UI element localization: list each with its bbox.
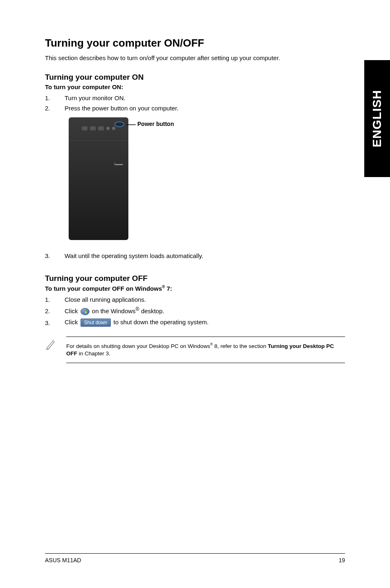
text-fragment: desktop. <box>139 307 164 314</box>
registered-mark: ® <box>162 285 165 289</box>
step-text: Click on the Windows® desktop. <box>65 306 164 315</box>
subhead-text: 7: <box>165 285 173 292</box>
step-number: 2. <box>45 307 65 314</box>
text-fragment: 8, refer to the section <box>213 343 268 349</box>
page-footer: ASUS M11AD 19 <box>45 553 345 563</box>
step-number: 1. <box>45 94 65 101</box>
brand-logo-icon: /▬▬ <box>114 162 123 166</box>
text-fragment: to shut down the operating system. <box>114 319 209 325</box>
note-text: For details on shutting down your Deskto… <box>66 337 345 363</box>
list-item: 2. Click on the Windows® desktop. <box>45 306 345 315</box>
text-fragment: in Chapter 3. <box>77 350 110 357</box>
registered-mark: ® <box>210 342 213 346</box>
section-off-heading: Turning your computer OFF <box>45 274 345 283</box>
windows-start-icon <box>81 308 90 315</box>
section-on-subhead: To turn your computer ON: <box>45 83 345 90</box>
steps-on-list-cont: 3. Wait until the operating system loads… <box>45 252 345 259</box>
list-item: 3. Click Shut down to shut down the oper… <box>45 319 345 327</box>
port-icon <box>82 126 87 130</box>
list-item: 2. Press the power button on your comput… <box>45 105 345 112</box>
section-off-subhead: To turn your computer OFF on Windows® 7: <box>45 285 345 292</box>
page-number: 19 <box>338 557 345 563</box>
pencil-icon <box>45 338 60 363</box>
port-icon <box>112 127 115 130</box>
footer-model: ASUS M11AD <box>45 557 81 563</box>
power-button-indicator <box>114 121 124 127</box>
computer-tower-image: /▬▬ <box>69 117 128 240</box>
intro-paragraph: This section describes how to turn on/of… <box>45 54 345 61</box>
registered-mark: ® <box>136 306 139 312</box>
port-icon <box>106 127 110 130</box>
section-off: Turning your computer OFF To turn your c… <box>45 274 345 363</box>
subhead-text: To turn your computer OFF on Windows <box>45 285 162 292</box>
step-text: Click Shut down to shut down the operati… <box>65 319 208 327</box>
page-content: Turning your computer ON/OFF This sectio… <box>0 0 390 363</box>
note-block: For details on shutting down your Deskto… <box>45 337 345 363</box>
section-on-heading: Turning your computer ON <box>45 73 345 82</box>
step-text: Turn your monitor ON. <box>65 94 126 101</box>
language-label: ENGLISH <box>370 90 384 147</box>
language-tab: ENGLISH <box>364 60 390 177</box>
computer-image-block: /▬▬ Power button <box>69 117 345 240</box>
step-number: 3. <box>45 252 65 259</box>
text-fragment: For details on shutting down your Deskto… <box>66 343 210 349</box>
divider <box>69 140 128 141</box>
step-text: Close all running applications. <box>65 296 146 303</box>
text-fragment: Click <box>65 319 80 325</box>
text-fragment: on the Windows <box>92 307 136 314</box>
port-icon <box>98 126 104 130</box>
shutdown-button-image: Shut down <box>81 319 111 327</box>
text-fragment: Click <box>65 307 80 314</box>
annotation-label: Power button <box>137 121 174 127</box>
step-text: Press the power button on your computer. <box>65 105 179 112</box>
step-number: 1. <box>45 296 65 303</box>
steps-off-list: 1. Close all running applications. 2. Cl… <box>45 296 345 327</box>
annotation: Power button <box>127 123 174 127</box>
list-item: 1. Close all running applications. <box>45 296 345 303</box>
steps-on-list: 1. Turn your monitor ON. 2. Press the po… <box>45 94 345 112</box>
step-number: 2. <box>45 105 65 112</box>
step-number: 3. <box>45 319 65 326</box>
port-icon <box>90 126 96 130</box>
list-item: 3. Wait until the operating system loads… <box>45 252 345 259</box>
list-item: 1. Turn your monitor ON. <box>45 94 345 101</box>
page-heading: Turning your computer ON/OFF <box>45 37 345 49</box>
step-text: Wait until the operating system loads au… <box>65 252 203 259</box>
